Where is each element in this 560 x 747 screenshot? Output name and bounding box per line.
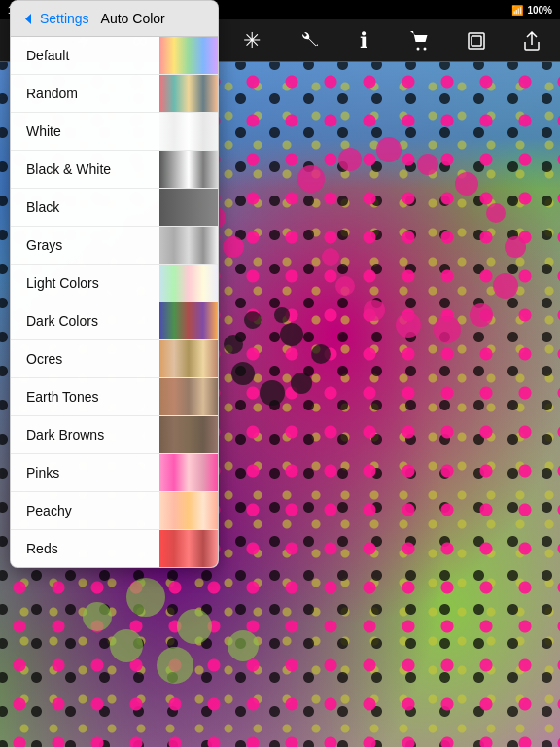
menu-item-label-random: Random <box>26 86 78 101</box>
menu-item-stripe-pinks <box>159 454 218 491</box>
menu-item-stripe-reds <box>159 530 218 567</box>
asterisk-button[interactable]: ✳ <box>234 23 269 58</box>
svg-point-27 <box>126 578 165 617</box>
menu-item-label-peachy: Peachy <box>26 503 72 518</box>
svg-point-9 <box>455 172 478 196</box>
menu-item-stripe-ocres <box>159 340 218 377</box>
dropdown-menu: Settings Auto Color DefaultRandomWhiteBl… <box>10 0 219 568</box>
svg-point-12 <box>493 273 518 299</box>
menu-item-label-black: Black <box>26 199 59 215</box>
menu-item-label-darkcolors: Dark Colors <box>26 313 98 329</box>
menu-item-stripe-black <box>159 189 218 226</box>
menu-item-darkcolors[interactable]: Dark Colors <box>11 302 218 340</box>
menu-item-black[interactable]: Black <box>11 189 218 227</box>
svg-point-16 <box>364 300 385 321</box>
svg-point-11 <box>505 236 526 258</box>
menu-items-list: DefaultRandomWhiteBlack & WhiteBlackGray… <box>11 37 218 567</box>
svg-point-8 <box>417 154 438 175</box>
svg-point-32 <box>83 602 112 631</box>
status-right: 📶 100% <box>511 5 552 16</box>
svg-point-23 <box>231 362 255 385</box>
wifi-icon: 📶 <box>511 5 523 16</box>
svg-point-2 <box>423 47 426 50</box>
menu-item-label-reds: Reds <box>26 541 58 556</box>
menu-item-stripe-grays <box>159 227 218 264</box>
menu-item-label-lightcolors: Light Colors <box>26 275 99 291</box>
svg-point-13 <box>470 303 493 327</box>
menu-item-earthtones[interactable]: Earth Tones <box>11 378 218 416</box>
svg-point-10 <box>486 203 506 223</box>
svg-point-26 <box>274 307 290 323</box>
menu-item-stripe-lightcolors <box>159 265 218 302</box>
menu-item-default[interactable]: Default <box>11 37 218 75</box>
menu-item-lightcolors[interactable]: Light Colors <box>11 265 218 302</box>
menu-item-label-default: Default <box>26 48 69 63</box>
wrench-button[interactable] <box>291 23 326 58</box>
menu-item-stripe-random <box>159 75 218 112</box>
svg-point-19 <box>280 323 303 346</box>
svg-point-18 <box>322 248 339 266</box>
menu-title: Auto Color <box>101 11 165 26</box>
share-button[interactable] <box>514 23 549 58</box>
menu-item-stripe-bw <box>159 151 218 188</box>
menu-item-label-earthtones: Earth Tones <box>26 389 98 405</box>
svg-point-24 <box>224 335 243 354</box>
svg-point-7 <box>376 137 402 162</box>
menu-item-bw[interactable]: Black & White <box>11 151 218 189</box>
svg-point-22 <box>260 380 285 406</box>
svg-point-15 <box>396 312 421 338</box>
svg-rect-4 <box>472 36 481 46</box>
menu-item-stripe-white <box>159 113 218 150</box>
svg-point-28 <box>177 609 212 644</box>
svg-point-20 <box>311 344 331 364</box>
menu-item-label-bw: Black & White <box>26 161 111 177</box>
svg-point-25 <box>244 311 262 329</box>
menu-item-ocres[interactable]: Ocres <box>11 340 218 378</box>
svg-point-1 <box>416 47 419 50</box>
menu-item-label-darkbrowns: Dark Browns <box>26 427 104 443</box>
menu-item-stripe-default <box>159 37 218 74</box>
menu-item-random[interactable]: Random <box>11 75 218 113</box>
menu-item-label-grays: Grays <box>26 237 62 253</box>
battery-display: 100% <box>527 5 552 16</box>
layers-button[interactable] <box>459 23 494 58</box>
menu-item-pinks[interactable]: Pinks <box>11 454 218 492</box>
svg-point-6 <box>338 148 362 171</box>
svg-point-21 <box>291 373 312 394</box>
svg-point-37 <box>223 236 244 258</box>
svg-point-29 <box>228 630 259 661</box>
menu-item-peachy[interactable]: Peachy <box>11 492 218 530</box>
menu-item-label-pinks: Pinks <box>26 465 59 480</box>
menu-item-label-white: White <box>26 124 61 139</box>
menu-item-stripe-earthtones <box>159 378 218 415</box>
menu-item-label-ocres: Ocres <box>26 351 62 367</box>
menu-item-white[interactable]: White <box>11 113 218 151</box>
menu-item-reds[interactable]: Reds <box>11 530 218 567</box>
menu-item-stripe-darkcolors <box>159 302 218 339</box>
info-button[interactable]: ℹ <box>346 23 381 58</box>
svg-point-17 <box>335 276 355 296</box>
svg-point-5 <box>298 165 325 193</box>
menu-back-label[interactable]: Settings <box>40 11 89 26</box>
menu-item-grays[interactable]: Grays <box>11 227 218 265</box>
cart-button[interactable] <box>402 23 438 58</box>
menu-item-stripe-darkbrowns <box>159 416 218 453</box>
menu-header: Settings Auto Color <box>11 1 218 37</box>
back-button[interactable] <box>24 13 32 25</box>
svg-point-31 <box>110 629 143 662</box>
menu-item-darkbrowns[interactable]: Dark Browns <box>11 416 218 454</box>
menu-item-stripe-peachy <box>159 492 218 529</box>
svg-point-30 <box>157 647 193 684</box>
svg-point-14 <box>434 316 461 343</box>
